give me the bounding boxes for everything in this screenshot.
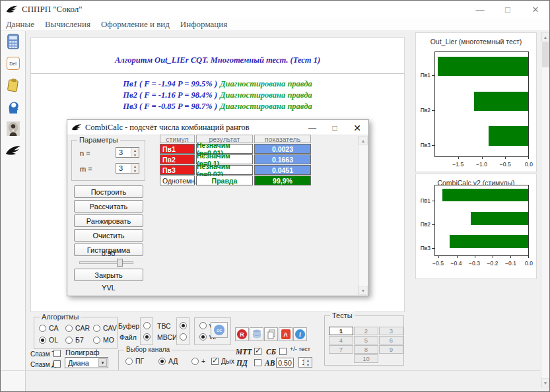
menu-info[interactable]: Информация (180, 19, 227, 30)
radio-label: CAR (75, 324, 90, 332)
test-button-3[interactable]: 3 (379, 327, 403, 335)
scroll-up-icon[interactable]: ▲ (359, 136, 368, 145)
radio-plus[interactable]: + (191, 357, 205, 365)
radio-ol[interactable]: OL (39, 336, 58, 344)
radio-cav[interactable]: CAV (93, 324, 117, 332)
menu-data[interactable]: Данные (6, 19, 34, 30)
checkbox-icon[interactable] (211, 358, 219, 365)
test-button-5[interactable]: 5 (354, 336, 378, 344)
spinner-arrows-icon[interactable]: ▲▼ (131, 148, 139, 157)
portrait-icon[interactable] (5, 121, 21, 137)
radio-pg[interactable]: ПГ (125, 357, 144, 365)
record-button[interactable]: R (235, 327, 249, 341)
spazm-t-checkbox[interactable] (53, 350, 61, 357)
tvs-radio[interactable] (180, 322, 187, 329)
pg-label: ПГ (135, 357, 144, 365)
chart-plot (434, 51, 529, 157)
radio-icon[interactable] (199, 322, 207, 329)
slider-track (79, 261, 133, 264)
radio-ca[interactable]: CA (39, 324, 59, 332)
sb-checkbox[interactable] (279, 348, 287, 355)
copy-button[interactable] (264, 327, 278, 341)
clipboard-icon[interactable] (5, 77, 21, 93)
test-button-7[interactable]: 7 (329, 345, 353, 354)
radio-icon[interactable] (65, 325, 73, 332)
radio-icon[interactable] (65, 337, 73, 344)
radio-icon[interactable] (158, 358, 166, 365)
falcon-tool-icon[interactable] (5, 143, 21, 158)
info-button[interactable]: i (293, 327, 307, 341)
radio-icon[interactable] (39, 337, 46, 344)
scroll-down-icon[interactable]: ▼ (541, 378, 549, 387)
spazm-d-checkbox[interactable] (53, 360, 61, 368)
mvsi-radio[interactable] (180, 333, 187, 341)
dialog-titlebar[interactable]: CombiCalc - подсчёт числа комбинаций ран… (67, 120, 368, 135)
maximize-button[interactable]: □ (494, 1, 522, 18)
head-brain-icon[interactable] (5, 99, 21, 115)
rank-button[interactable]: Ранжировать (74, 214, 143, 227)
radio-icon[interactable] (199, 333, 207, 341)
radio-icon[interactable] (39, 325, 46, 332)
window-controls: — □ ✕ (466, 1, 549, 18)
close-dialog-button[interactable]: Закрыть (74, 269, 143, 281)
test-button-10[interactable]: 10 (354, 354, 378, 363)
spinner-arrows-icon[interactable]: ▲▼ (304, 358, 312, 367)
dialog-maximize-button[interactable]: □ (324, 120, 346, 135)
pdf-button[interactable]: A (279, 327, 292, 341)
minimize-button[interactable]: — (466, 1, 494, 18)
menu-appearance[interactable]: Оформление и вид (101, 19, 170, 30)
calculator-icon[interactable] (5, 34, 21, 49)
mtt-checkbox[interactable] (254, 348, 261, 355)
cc-button[interactable]: cc (211, 322, 228, 338)
dyh-check[interactable]: Дых (211, 357, 234, 365)
scroll-up-icon[interactable]: ▲ (541, 32, 549, 42)
m-spinner[interactable]: 3▲▼ (116, 163, 139, 174)
av-label: АВ (265, 359, 275, 367)
table-row-stim: Пв2 (160, 154, 195, 164)
right-panel-scrollbar[interactable]: ▲ ▼ (541, 32, 549, 387)
test-button-6[interactable]: 6 (379, 336, 403, 344)
pd-checkbox[interactable] (254, 359, 261, 366)
plusminus-test-label: +/- тест (290, 346, 310, 352)
radio-ad[interactable]: АД (158, 357, 178, 365)
test-button-8[interactable]: 8 (354, 345, 378, 354)
slider-thumb[interactable] (117, 259, 123, 267)
test-button-1[interactable]: 1 (329, 327, 353, 335)
spinner-arrows-icon[interactable]: ▲▼ (131, 164, 139, 173)
chevron-down-icon[interactable]: ▼ (98, 358, 107, 367)
test-button-9[interactable]: 9 (379, 345, 403, 354)
dialog-scrollbar[interactable]: ▲ ▼ (358, 136, 368, 295)
radio-icon[interactable] (125, 358, 133, 365)
buffer-radio[interactable] (143, 322, 151, 329)
scrollbar-thumb[interactable] (542, 42, 549, 67)
n-spinner[interactable]: 3▲▼ (116, 147, 139, 158)
file-radio[interactable] (143, 333, 151, 341)
close-button[interactable]: ✕ (522, 1, 549, 18)
database-button[interactable] (250, 327, 263, 341)
radio-car[interactable]: CAR (65, 324, 90, 332)
dialog-minimize-button[interactable]: — (301, 120, 324, 135)
radio-icon[interactable] (191, 358, 199, 365)
build-button[interactable]: Построить (74, 185, 143, 198)
av-input[interactable]: 0.50 (276, 358, 294, 368)
algorithms-group: Алгоритмы CA CAR CAV OL Б7 МО (34, 317, 118, 349)
radio-b7[interactable]: Б7 (65, 336, 84, 344)
polygraph-dropdown[interactable]: Диана ▼ (65, 357, 108, 368)
calculate-button[interactable]: Рассчитать (74, 200, 143, 212)
combicalc-dialog: CombiCalc - подсчёт числа комбинаций ран… (67, 119, 369, 296)
info-icon: i (295, 329, 305, 339)
test-button-4[interactable]: 4 (329, 336, 353, 344)
scroll-down-icon[interactable]: ▼ (359, 286, 368, 295)
threshold-slider[interactable] (79, 259, 133, 267)
radio-icon[interactable] (93, 325, 100, 332)
m-label: m = (80, 165, 92, 173)
delete-key-icon[interactable]: Del (5, 55, 21, 71)
dialog-close-button[interactable]: ✕ (346, 120, 368, 135)
clear-button[interactable]: Очистить (74, 229, 143, 242)
radio-icon[interactable] (93, 337, 100, 344)
radio-mo[interactable]: МО (93, 336, 114, 344)
test-number-spinner[interactable]: 1▲▼ (298, 357, 312, 368)
menu-calculations[interactable]: Вычисления (45, 19, 90, 30)
result-line: Пв2 ( F = -1.16 P = 98.4% )Диагностирова… (31, 90, 404, 102)
test-button-2[interactable]: 2 (354, 327, 378, 335)
